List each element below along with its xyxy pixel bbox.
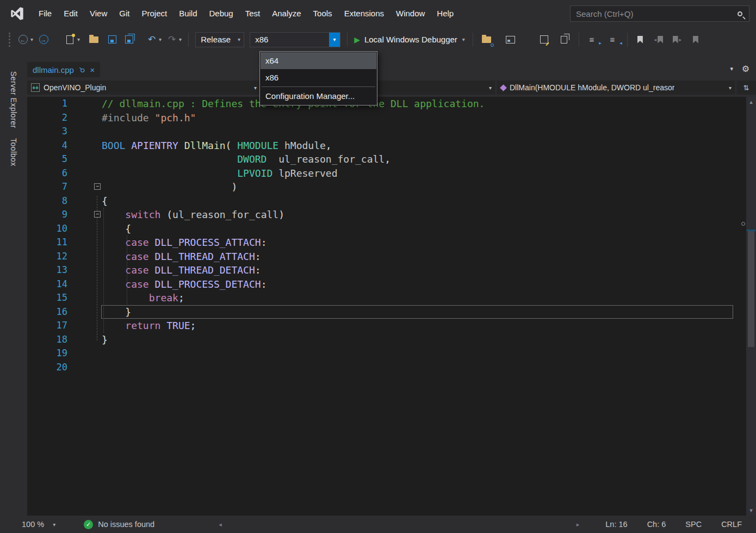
status-eol[interactable]: CRLF [721,520,742,529]
member-combo[interactable]: DllMain(HMODULE hModule, DWORD ul_reasor… [497,80,735,95]
code-line[interactable]: 11 case DLL_PROCESS_ATTACH: [27,235,746,250]
tab-list-caret-icon[interactable]: ▾ [730,65,733,72]
save-all-icon[interactable] [123,34,135,46]
platform-dropdown-button[interactable]: ▾ [329,33,340,47]
preview-window-icon[interactable] [505,34,517,46]
toolbar: ← ▾ → ▾ ↶ ▾ ↷ ▾ Release ▾ x86 ▾ ▶ Local … [0,27,756,52]
scrollbar-thumb[interactable] [748,230,754,347]
undo-icon[interactable]: ↶ [146,34,158,46]
edit-box-icon[interactable] [538,34,550,46]
editor-settings-gear-icon[interactable]: ⚙ [742,64,749,74]
side-tab-server-explorer[interactable]: Server Explorer [9,71,18,128]
code-line[interactable]: 5 DWORD ul_reason_for_call, [27,152,746,166]
code-line[interactable]: 14 case DLL_PROCESS_DETACH: [27,277,746,292]
toolbar-grip-handle[interactable] [9,33,10,47]
next-bookmark-icon[interactable]: ▸ [671,34,683,46]
close-icon[interactable]: × [90,65,95,75]
pin-icon[interactable]: ⚲ [77,65,86,74]
code-line[interactable]: 20 [27,361,746,375]
menu-item-window[interactable]: Window [390,0,431,27]
code-line[interactable]: 9− switch (ul_reason_for_call) [27,208,746,222]
configuration-manager-item[interactable]: Configuration Manager... [261,88,376,104]
code-line[interactable]: 8{ [27,194,746,208]
code-line[interactable]: 4BOOL APIENTRY DllMain( HMODULE hModule, [27,139,746,153]
platform-option-x64[interactable]: x64 [261,52,376,69]
code-line[interactable]: 10 { [27,222,746,236]
open-folder-icon[interactable] [88,34,100,46]
code-line[interactable]: 12 case DLL_THREAD_ATTACH: [27,250,746,264]
play-icon: ▶ [354,35,360,44]
navigate-back-caret-icon[interactable]: ▾ [30,36,33,42]
code-editor[interactable]: 1// dllmain.cpp : Defines the entry poin… [27,97,756,516]
search-icon[interactable] [738,11,742,16]
code-line[interactable]: 1// dllmain.cpp : Defines the entry poin… [27,97,746,111]
bookmark-icon[interactable] [634,34,646,46]
hscroll-right-icon[interactable]: ▸ [577,521,580,528]
dropdown-separator [262,86,375,87]
fold-collapse-icon[interactable]: − [94,211,101,218]
copy-documents-icon[interactable] [558,34,570,46]
health-indicator[interactable]: ✓ No issues found [84,520,154,529]
redo-caret-icon[interactable]: ▾ [179,36,182,42]
line-number: 19 [27,346,70,361]
horizontal-scrollbar[interactable] [222,516,577,533]
navigate-forward-icon[interactable]: → [38,34,49,46]
menu-item-build[interactable]: Build [173,0,203,27]
code-lines[interactable]: 1// dllmain.cpp : Defines the entry poin… [27,97,746,516]
status-spaces[interactable]: SPC [685,520,702,529]
status-line[interactable]: Ln: 16 [605,520,627,529]
status-column[interactable]: Ch: 6 [647,520,666,529]
split-editor-handle[interactable]: ⇅ [736,80,756,95]
new-item-caret-icon[interactable]: ▾ [77,36,80,42]
menu-item-view[interactable]: View [84,0,113,27]
code-line[interactable]: 17 return TRUE; [27,319,746,333]
menu-item-edit[interactable]: Edit [58,0,84,27]
project-combo[interactable]: ++ OpenVINO_Plugin ▾ [27,80,261,95]
line-number: 2 [27,111,70,125]
menu-item-project[interactable]: Project [135,0,173,27]
debug-target-caret-icon[interactable]: ▾ [462,36,465,42]
undo-caret-icon[interactable]: ▾ [159,36,162,42]
previous-bookmark-icon[interactable]: ◂ [653,34,665,46]
menu-item-extensions[interactable]: Extensions [338,0,390,27]
menu-item-analyze[interactable]: Analyze [266,0,307,27]
scroll-down-icon[interactable]: ▾ [746,507,756,514]
scroll-up-icon[interactable]: ▴ [746,98,756,106]
save-icon[interactable] [106,34,118,46]
search-input[interactable]: Search (Ctrl+Q) [570,5,749,22]
platform-combo[interactable]: x86 ▾ [250,32,340,47]
menu-item-debug[interactable]: Debug [203,0,239,27]
code-line[interactable]: 3 [27,125,746,139]
code-line[interactable]: 15 break; [27,291,746,305]
tab-dllmain-cpp[interactable]: dllmain.cpp ⚲ × [27,62,100,77]
chevron-down-icon: ▾ [729,85,732,91]
vertical-scrollbar[interactable]: ▴ ▾ [746,97,756,516]
indent-guide [103,208,104,333]
start-debugging-button[interactable]: ▶ Local Windows Debugger ▾ [354,35,465,44]
zoom-combo[interactable]: 100 % ▾ [22,520,55,529]
find-in-files-icon[interactable] [481,34,493,46]
clear-bookmarks-icon[interactable] [690,34,702,46]
code-line[interactable]: 6 LPVOID lpReserved [27,166,746,181]
outlining-margin [70,166,102,181]
fold-collapse-icon[interactable]: − [94,183,101,190]
outdent-lines-icon[interactable]: ≡◂ [606,34,618,46]
menu-item-tools[interactable]: Tools [307,0,338,27]
menu-item-test[interactable]: Test [239,0,267,27]
code-line[interactable]: 2#include "pch.h" [27,111,746,125]
indent-lines-icon[interactable]: ≡▸ [586,34,598,46]
code-line[interactable]: 7− ) [27,180,746,194]
platform-option-x86[interactable]: x86 [261,69,376,86]
code-line[interactable]: 19 [27,346,746,361]
code-text: #include "pch.h" [102,111,196,125]
code-line[interactable]: 13 case DLL_THREAD_DETACH: [27,263,746,277]
configuration-combo[interactable]: Release ▾ [195,32,244,47]
code-line[interactable]: 18} [27,333,746,347]
menu-item-git[interactable]: Git [113,0,135,27]
redo-icon[interactable]: ↷ [166,34,178,46]
new-item-icon[interactable] [64,34,76,46]
menu-item-file[interactable]: File [33,0,58,27]
navigate-back-icon[interactable]: ← [17,34,29,46]
side-tab-toolbox[interactable]: Toolbox [9,138,18,166]
menu-item-help[interactable]: Help [431,0,460,27]
